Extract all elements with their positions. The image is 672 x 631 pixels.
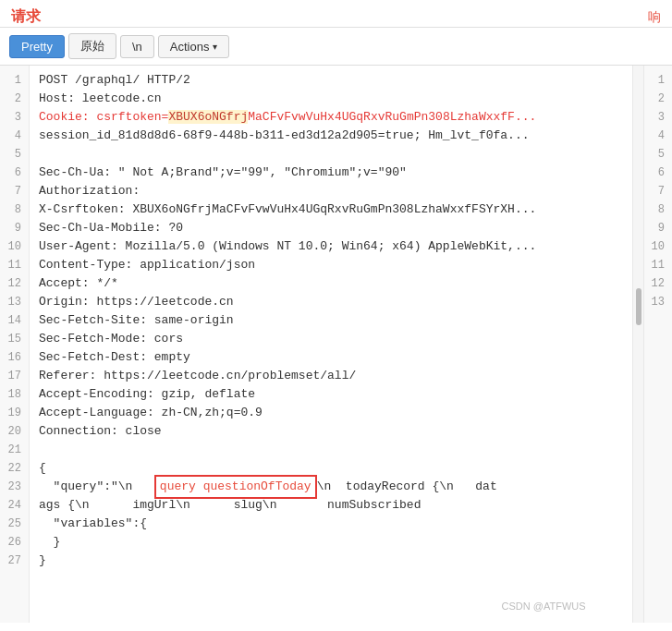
tab-actions[interactable]: Actions ▾ [158,35,230,58]
right-label: 响 [648,9,661,26]
top-bar: 请求 响 [0,0,672,28]
code-line: Sec-Fetch-Site: same-origin [39,311,623,330]
code-area[interactable]: POST /graphql/ HTTP/2 Host: leetcode.cn … [30,66,632,623]
toolbar: Pretty 原始 \n Actions ▾ [0,28,672,66]
watermark: CSDN @ATFWUS [502,599,586,615]
tab-pretty[interactable]: Pretty [9,35,65,58]
scrollbar-thumb[interactable] [636,288,641,325]
code-line: Origin: https://leetcode.cn [39,293,623,311]
code-line: session_id_81d8d8d6-68f9-448b-b311-ed3d1… [39,127,623,145]
code-line: Sec-Ch-Ua: " Not A;Brand";v="99", "Chrom… [39,164,623,182]
code-line: "variables":{ [39,515,623,533]
code-line: { [39,459,623,478]
code-line: User-Agent: Mozilla/5.0 (Windows NT 10.0… [39,237,623,256]
code-line: Sec-Fetch-Dest: empty [39,348,623,367]
code-line: X-Csrftoken: XBUX6oNGfrjMaCFvFvwVuHx4UGq… [39,200,623,219]
code-line [39,145,623,164]
actions-label: Actions [170,40,210,54]
code-line: Connection: close [39,422,623,441]
code-line: Sec-Fetch-Mode: cors [39,330,623,348]
scrollbar-area[interactable] [632,66,643,623]
page-title: 请求 [11,7,41,27]
code-line: Content-Type: application/json [39,256,623,274]
code-line [39,441,623,459]
line-numbers: 1 2 3 4 5 6 7 8 9 10 11 12 13 14 15 16 1… [0,66,30,623]
code-line: } [39,533,623,552]
tab-newline[interactable]: \n [120,35,154,58]
code-line: POST /graphql/ HTTP/2 [39,71,623,90]
code-line: ags {\n imgUrl\n slug\n numSubscribed [39,496,623,515]
code-line: Authorization: [39,182,623,200]
code-line: } [39,552,623,570]
code-line: Referer: https://leetcode.cn/problemset/… [39,367,623,385]
main-content: 1 2 3 4 5 6 7 8 9 10 11 12 13 14 15 16 1… [0,66,672,623]
right-line-numbers: 1 2 3 4 5 6 7 8 9 10 11 12 13 [643,66,672,623]
code-line: "query":"\n query questionOfToday \n tod… [39,478,623,496]
tab-raw[interactable]: 原始 [68,33,116,59]
code-line: Sec-Ch-Ua-Mobile: ?0 [39,219,623,237]
code-line: Accept: */* [39,274,623,293]
code-line: Cookie: csrftoken=XBUX6oNGfrjMaCFvFvwVuH… [39,108,623,127]
chevron-down-icon: ▾ [213,42,217,52]
code-line: Accept-Encoding: gzip, deflate [39,385,623,404]
code-line: Accept-Language: zh-CN,zh;q=0.9 [39,404,623,422]
code-line: Host: leetcode.cn [39,90,623,108]
